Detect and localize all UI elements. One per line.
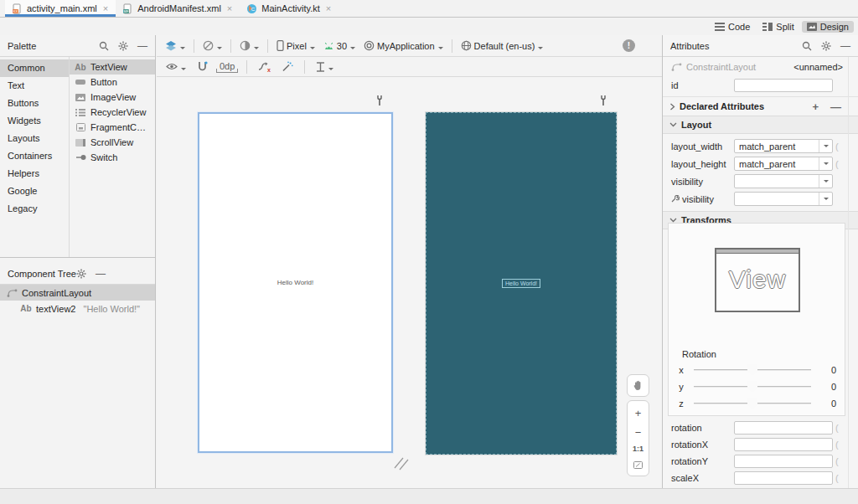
tree-item-label: textView2 (36, 304, 76, 314)
gear-icon[interactable] (118, 41, 128, 51)
scalex-input[interactable] (734, 471, 833, 485)
palette-category-buttons[interactable]: Buttons (0, 95, 69, 112)
design-mode-label: Design (820, 22, 849, 32)
palette-category-text[interactable]: Text (0, 77, 69, 95)
tree-item-textview2[interactable]: Ab textView2 "Hello World!" (0, 301, 155, 316)
gear-icon[interactable] (76, 269, 86, 279)
tools-visibility-dropdown[interactable] (734, 192, 833, 206)
pin-bracket: ( (835, 159, 839, 169)
close-icon[interactable]: × (103, 4, 108, 13)
design-view-phone[interactable]: Hello World! (198, 112, 393, 453)
slider-handle[interactable] (747, 398, 757, 409)
axis-label: x (669, 365, 694, 375)
theme-selector[interactable]: MyApplication (361, 39, 445, 52)
infer-constraints-button[interactable] (279, 60, 296, 73)
palette-item-button[interactable]: Button (70, 75, 155, 90)
wrench-icon (598, 95, 608, 106)
palette-category-layouts[interactable]: Layouts (0, 130, 69, 147)
palette-category-google[interactable]: Google (0, 183, 69, 200)
rotation-y-slider[interactable] (694, 386, 811, 388)
palette-category-common[interactable]: Common (0, 59, 69, 77)
design-canvas[interactable]: Hello World! Hello World! + − 1:1 (157, 78, 662, 488)
blueprint-toggle-button[interactable] (200, 39, 225, 52)
declared-attributes-label: Declared Attributes (680, 101, 764, 111)
hide-panel-icon[interactable]: — (840, 41, 850, 51)
zoom-actual-size-button[interactable]: 1:1 (633, 445, 644, 453)
night-mode-button[interactable] (237, 39, 261, 52)
issue-panel-icon[interactable]: ! (623, 39, 635, 52)
palette-item-recyclerview[interactable]: RecyclerView (70, 105, 155, 120)
id-input[interactable] (734, 79, 833, 92)
default-margin-selector[interactable]: 0dp (216, 61, 238, 73)
view-options-button[interactable] (163, 62, 189, 71)
tab-main-activity-kt[interactable]: C MainActivity.kt × (240, 0, 339, 17)
palette-item-imageview[interactable]: ImageView (70, 90, 155, 105)
half-circle-icon (240, 40, 251, 51)
gear-icon[interactable] (821, 41, 831, 51)
palette-category-legacy[interactable]: Legacy (0, 200, 69, 218)
zoom-in-button[interactable]: + (635, 408, 642, 419)
palette-category-helpers[interactable]: Helpers (0, 165, 69, 183)
code-icon (715, 23, 725, 31)
palette-category-containers[interactable]: Containers (0, 147, 69, 165)
slider-handle[interactable] (747, 381, 757, 392)
remove-attribute-icon[interactable]: — (830, 101, 841, 112)
layout-height-dropdown[interactable]: match_parent (734, 157, 833, 171)
tools-visibility-row: visibility (663, 190, 858, 208)
autoconnect-button[interactable] (194, 60, 210, 73)
design-mode-button[interactable]: Design (802, 21, 854, 33)
palette-item-scrollview[interactable]: ScrollView (70, 135, 155, 150)
chevron-down-icon (819, 157, 832, 170)
layout-section-header[interactable]: Layout (663, 116, 858, 134)
rotationx-input[interactable] (734, 438, 833, 451)
rotation-y-slider-row: y 0 (669, 379, 845, 394)
zoom-to-fit-button[interactable] (633, 461, 643, 469)
transform-view-preview[interactable]: View (715, 248, 800, 312)
palette-item-textview[interactable]: Ab TextView (70, 59, 155, 75)
view-mode-button[interactable] (163, 39, 188, 52)
palette-category-widgets[interactable]: Widgets (0, 112, 69, 130)
close-icon[interactable]: × (227, 4, 232, 13)
hide-panel-icon[interactable]: — (137, 41, 147, 51)
attribute-label: visibility (671, 177, 734, 187)
rotationy-input[interactable] (734, 455, 833, 468)
pan-button[interactable] (627, 374, 649, 397)
rotation-z-slider[interactable] (694, 403, 811, 404)
layout-width-dropdown[interactable]: match_parent (734, 139, 833, 153)
split-mode-button[interactable]: Split (757, 21, 799, 33)
add-attribute-icon[interactable]: + (812, 101, 819, 112)
attribute-label: rotationX (671, 440, 734, 450)
blueprint-view-phone[interactable]: Hello World! (426, 112, 617, 455)
visibility-dropdown[interactable] (734, 174, 833, 188)
design-hello-world-text[interactable]: Hello World! (277, 279, 313, 286)
device-selector[interactable]: Pixel (274, 39, 318, 52)
tree-item-label: ConstraintLayout (22, 288, 91, 298)
palette-item-fragmentcontainer[interactable]: FragmentC… (70, 120, 155, 135)
zoom-out-button[interactable]: − (635, 427, 642, 438)
api-selector[interactable]: 30 (321, 40, 358, 52)
split-icon (762, 23, 773, 31)
rotation-input[interactable] (734, 421, 833, 435)
tab-activity-main-xml[interactable]: KX activity_main.xml × (5, 0, 116, 17)
search-icon[interactable] (802, 41, 812, 51)
rotationy-field-row: rotationY ( (663, 453, 858, 470)
tab-android-manifest-xml[interactable]: MF AndroidManifest.xml × (116, 0, 240, 17)
attributes-scrollbar[interactable] (848, 57, 858, 488)
tree-item-constraintlayout[interactable]: ConstraintLayout (0, 285, 155, 301)
locale-selector[interactable]: Default (en-us) (458, 39, 546, 52)
code-mode-label: Code (728, 22, 750, 32)
blueprint-hello-world-text[interactable]: Hello World! (502, 279, 540, 288)
pack-chains-button[interactable] (313, 61, 336, 73)
tree-item-value: "Hello World!" (84, 304, 141, 314)
pin-bracket: ( (835, 440, 839, 450)
rotation-x-slider[interactable] (694, 369, 811, 371)
close-icon[interactable]: × (326, 4, 331, 13)
resize-handle-icon[interactable] (391, 455, 413, 471)
palette-item-switch[interactable]: Switch (70, 150, 155, 165)
slider-handle[interactable] (747, 364, 757, 375)
declared-attributes-row[interactable]: Declared Attributes + — (663, 96, 858, 116)
clear-constraints-button[interactable]: x (256, 61, 273, 73)
code-mode-button[interactable]: Code (710, 21, 755, 33)
search-icon[interactable] (99, 41, 109, 51)
hide-panel-icon[interactable]: — (96, 269, 106, 279)
